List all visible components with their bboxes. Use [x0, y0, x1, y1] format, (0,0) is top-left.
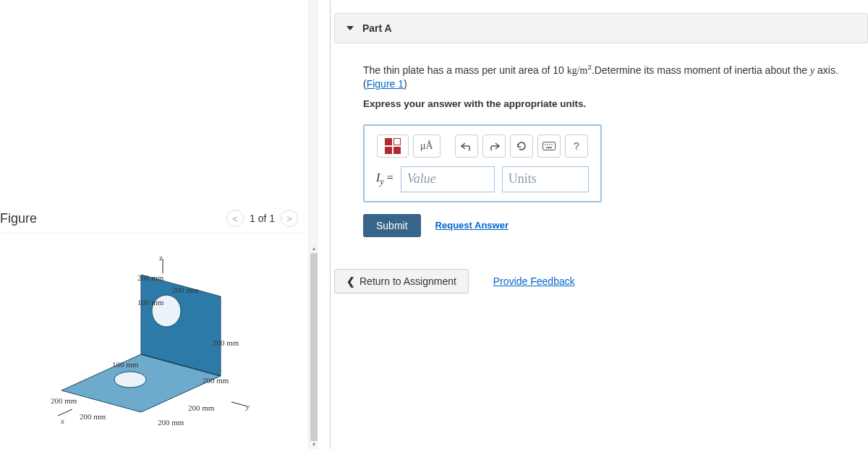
- dim-bot-200a: 200 mm: [80, 412, 106, 421]
- help-button[interactable]: ?: [565, 134, 588, 158]
- dim-right-200a: 200 mm: [213, 338, 239, 347]
- dim-bot-200b: 200 mm: [158, 418, 184, 427]
- figure-pager: < 1 of 1 >: [226, 210, 298, 227]
- units-instruction: Express your answer with the appropriate…: [363, 98, 841, 111]
- dim-hole-100: 100 mm: [112, 360, 138, 369]
- dim-right-200b: 200 mm: [203, 376, 229, 385]
- dim-left-200: 200 mm: [51, 396, 77, 405]
- svg-line-7: [231, 402, 247, 406]
- axis-z-label: z: [159, 253, 163, 262]
- figure-title: Figure: [0, 211, 37, 226]
- dim-top-100: 100 mm: [137, 298, 163, 307]
- pager-prev-button[interactable]: <: [226, 210, 244, 227]
- answer-input-panel: μÅ ? Iy = Value Units: [363, 124, 602, 202]
- svg-rect-13: [546, 147, 552, 148]
- reset-button[interactable]: [510, 134, 533, 158]
- undo-icon: [461, 141, 472, 151]
- reset-icon: [516, 140, 527, 152]
- variable-label: Iy =: [376, 171, 393, 187]
- figure-scrollbar[interactable]: ▴ ▾: [308, 0, 318, 449]
- dim-top-200a: 200 mm: [137, 273, 163, 282]
- svg-rect-8: [542, 142, 555, 150]
- request-answer-link[interactable]: Request Answer: [435, 220, 509, 231]
- scrollbar-up-icon[interactable]: ▴: [309, 243, 319, 253]
- part-header[interactable]: Part A: [334, 13, 868, 43]
- submit-button[interactable]: Submit: [363, 214, 421, 237]
- part-title: Part A: [362, 22, 392, 34]
- svg-point-10: [547, 144, 548, 145]
- value-input[interactable]: Value: [401, 166, 495, 192]
- axis-y-label: y: [246, 402, 250, 411]
- dim-bot-200c: 200 mm: [188, 403, 214, 412]
- undo-button[interactable]: [455, 134, 478, 158]
- pager-next-button[interactable]: >: [281, 210, 298, 227]
- keyboard-icon: [542, 142, 556, 150]
- keyboard-button[interactable]: [537, 134, 561, 158]
- svg-line-6: [58, 409, 72, 416]
- return-button[interactable]: ❮ Return to Assignment: [334, 269, 469, 294]
- figure-diagram: z 200 mm 200 mm 100 mm 200 mm 200 mm 200…: [43, 253, 260, 434]
- vertical-divider: [330, 0, 331, 449]
- svg-point-9: [545, 144, 546, 145]
- svg-point-11: [549, 144, 550, 145]
- units-input[interactable]: Units: [502, 166, 589, 192]
- provide-feedback-link[interactable]: Provide Feedback: [493, 275, 575, 287]
- caret-down-icon: [346, 26, 354, 30]
- chevron-left-icon: ❮: [346, 275, 355, 287]
- axis-x-label: x: [61, 416, 64, 425]
- svg-point-12: [551, 144, 553, 145]
- redo-button[interactable]: [482, 134, 506, 158]
- template-icon: [385, 138, 401, 154]
- redo-icon: [488, 141, 500, 151]
- scrollbar-down-icon[interactable]: ▾: [309, 439, 319, 449]
- pager-label: 1 of 1: [250, 213, 275, 224]
- svg-point-4: [114, 372, 146, 388]
- problem-statement: The thin plate has a mass per unit area …: [363, 62, 841, 111]
- figure-link[interactable]: Figure 1: [367, 78, 404, 90]
- dim-top-200b: 200 mm: [172, 286, 198, 294]
- special-char-button[interactable]: μÅ: [413, 134, 441, 158]
- template-button[interactable]: [377, 134, 409, 158]
